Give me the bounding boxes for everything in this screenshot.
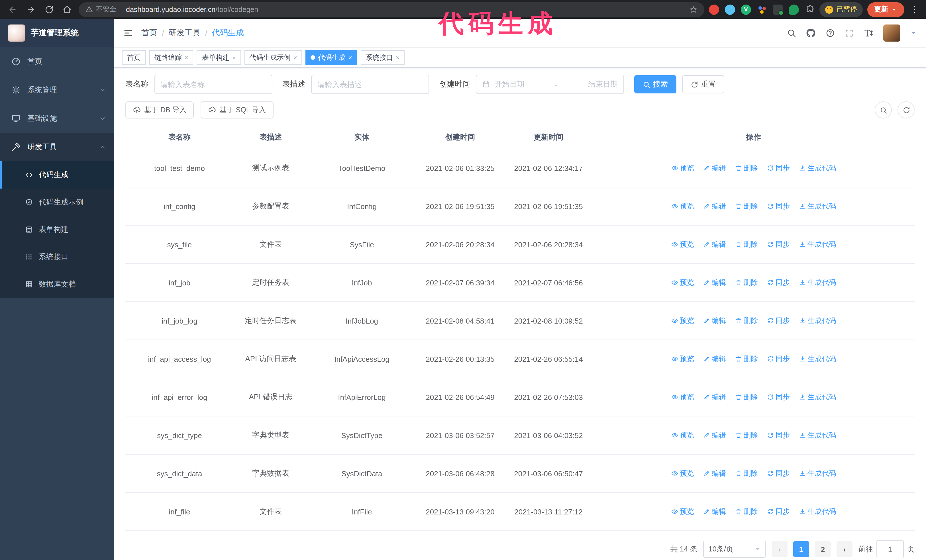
tab-api[interactable]: 系统接口×: [361, 50, 405, 65]
action-edit-link[interactable]: 编辑: [703, 392, 726, 402]
browser-back-button[interactable]: [6, 3, 20, 16]
user-avatar[interactable]: [883, 24, 900, 42]
extension-icon-6[interactable]: [789, 4, 799, 15]
sidebar-item-system[interactable]: 系统管理: [0, 76, 114, 104]
search-button[interactable]: 搜索: [634, 75, 676, 94]
action-preview-link[interactable]: 预览: [671, 201, 694, 211]
action-generate-link[interactable]: 生成代码: [799, 507, 836, 516]
sidebar-item-api[interactable]: 系统接口: [0, 243, 114, 270]
extension-icon-3[interactable]: V: [741, 4, 751, 15]
action-sync-link[interactable]: 同步: [767, 316, 790, 326]
action-sync-link[interactable]: 同步: [767, 507, 790, 516]
close-icon[interactable]: ×: [396, 54, 400, 61]
tab-home[interactable]: 首页: [122, 50, 146, 65]
action-preview-link[interactable]: 预览: [671, 163, 694, 173]
action-delete-link[interactable]: 删除: [735, 240, 758, 249]
date-range-picker[interactable]: 开始日期 - 结束日期: [476, 75, 624, 94]
browser-home-button[interactable]: [61, 3, 74, 16]
action-generate-link[interactable]: 生成代码: [799, 430, 836, 440]
action-edit-link[interactable]: 编辑: [703, 240, 726, 249]
action-edit-link[interactable]: 编辑: [703, 469, 726, 478]
action-edit-link[interactable]: 编辑: [703, 201, 726, 211]
sidebar-item-codegen[interactable]: 代码生成: [0, 161, 114, 189]
action-sync-link[interactable]: 同步: [767, 354, 790, 364]
action-generate-link[interactable]: 生成代码: [799, 316, 836, 326]
action-edit-link[interactable]: 编辑: [703, 430, 726, 440]
action-sync-link[interactable]: 同步: [767, 430, 790, 440]
browser-update-button[interactable]: 更新: [867, 2, 904, 17]
close-icon[interactable]: ×: [185, 54, 188, 61]
action-sync-link[interactable]: 同步: [767, 392, 790, 402]
action-sync-link[interactable]: 同步: [767, 163, 790, 173]
search-icon[interactable]: [787, 29, 796, 38]
action-preview-link[interactable]: 预览: [671, 469, 694, 478]
address-bar[interactable]: 不安全 dashboard.yudao.iocoder.cn/tool/code…: [79, 2, 704, 17]
browser-menu-kebab[interactable]: ⋮: [909, 4, 920, 15]
action-delete-link[interactable]: 删除: [735, 430, 758, 440]
sidebar-item-db-doc[interactable]: 数据库文档: [0, 270, 114, 298]
action-preview-link[interactable]: 预览: [671, 240, 694, 249]
browser-reload-button[interactable]: [42, 3, 56, 16]
page-size-select[interactable]: 10条/页: [703, 540, 766, 558]
import-db-button[interactable]: 基于 DB 导入: [126, 101, 194, 118]
action-edit-link[interactable]: 编辑: [703, 163, 726, 173]
action-delete-link[interactable]: 删除: [735, 469, 758, 478]
breadcrumb-home[interactable]: 首页: [141, 28, 157, 38]
close-icon[interactable]: ×: [348, 54, 352, 61]
app-logo[interactable]: 芋道管理系统: [0, 19, 114, 47]
action-edit-link[interactable]: 编辑: [703, 354, 726, 364]
action-generate-link[interactable]: 生成代码: [799, 240, 836, 249]
action-edit-link[interactable]: 编辑: [703, 278, 726, 287]
extension-icon-5[interactable]: [773, 4, 783, 15]
action-preview-link[interactable]: 预览: [671, 392, 694, 402]
prev-page-button[interactable]: ‹: [772, 541, 788, 557]
action-delete-link[interactable]: 删除: [735, 507, 758, 516]
table-name-input[interactable]: [154, 75, 272, 94]
tab-codegen-example[interactable]: 代码生成示例×: [244, 50, 302, 65]
close-icon[interactable]: ×: [294, 54, 297, 61]
sidebar-item-home[interactable]: 首页: [0, 47, 114, 76]
action-delete-link[interactable]: 删除: [735, 278, 758, 287]
sidebar-item-form-builder[interactable]: 表单构建: [0, 216, 114, 243]
action-generate-link[interactable]: 生成代码: [799, 278, 836, 287]
sidebar-item-infra[interactable]: 基础设施: [0, 104, 114, 133]
action-preview-link[interactable]: 预览: [671, 278, 694, 287]
fullscreen-icon[interactable]: [844, 29, 853, 38]
font-size-icon[interactable]: [863, 28, 873, 38]
toggle-search-button[interactable]: [875, 101, 892, 118]
tab-form-builder[interactable]: 表单构建×: [197, 50, 241, 65]
table-desc-input[interactable]: [311, 75, 429, 94]
extension-icon-1[interactable]: [709, 4, 719, 15]
action-preview-link[interactable]: 预览: [671, 430, 694, 440]
extension-icon-4[interactable]: [757, 4, 767, 15]
action-generate-link[interactable]: 生成代码: [799, 163, 836, 173]
page-button-2[interactable]: 2: [815, 541, 831, 557]
action-delete-link[interactable]: 删除: [735, 163, 758, 173]
extensions-puzzle-icon[interactable]: [805, 4, 815, 15]
action-delete-link[interactable]: 删除: [735, 392, 758, 402]
breadcrumb-devtools[interactable]: 研发工具: [169, 28, 201, 38]
action-preview-link[interactable]: 预览: [671, 507, 694, 516]
help-icon[interactable]: [826, 29, 835, 38]
action-preview-link[interactable]: 预览: [671, 354, 694, 364]
action-sync-link[interactable]: 同步: [767, 201, 790, 211]
action-generate-link[interactable]: 生成代码: [799, 201, 836, 211]
reset-button[interactable]: 重置: [682, 75, 724, 94]
security-indicator[interactable]: 不安全: [85, 5, 116, 14]
extension-icon-2[interactable]: [725, 4, 735, 15]
sidebar-item-codegen-example[interactable]: 代码生成示例: [0, 189, 114, 216]
action-preview-link[interactable]: 预览: [671, 316, 694, 326]
chevron-down-icon[interactable]: [910, 30, 917, 36]
tab-tracing[interactable]: 链路追踪×: [149, 50, 194, 65]
import-sql-button[interactable]: 基于 SQL 导入: [201, 101, 274, 118]
close-icon[interactable]: ×: [232, 54, 236, 61]
next-page-button[interactable]: ›: [837, 541, 852, 557]
action-delete-link[interactable]: 删除: [735, 201, 758, 211]
action-edit-link[interactable]: 编辑: [703, 316, 726, 326]
tab-codegen[interactable]: 代码生成×: [306, 50, 357, 65]
browser-forward-button[interactable]: [24, 3, 38, 16]
action-sync-link[interactable]: 同步: [767, 240, 790, 249]
action-delete-link[interactable]: 删除: [735, 316, 758, 326]
action-sync-link[interactable]: 同步: [767, 278, 790, 287]
action-sync-link[interactable]: 同步: [767, 469, 790, 478]
